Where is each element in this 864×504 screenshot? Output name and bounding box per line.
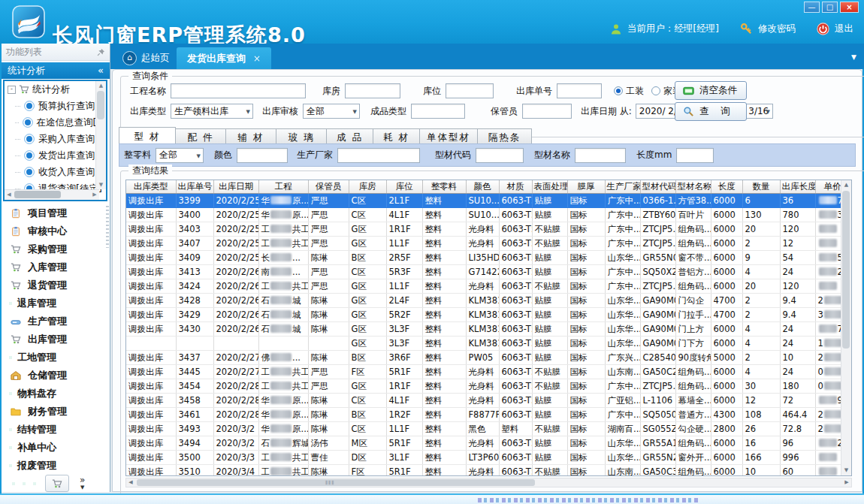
material-tab-配件[interactable]: 配 件 xyxy=(176,128,226,144)
column-header[interactable]: 型材代码 xyxy=(640,180,675,194)
tab-list-caret-icon[interactable]: ▼ xyxy=(851,53,856,61)
table-row[interactable]: 调拨出库34942020/3/2石辉城汤伟M区5R1F整料光身料6063-T5贴… xyxy=(126,436,841,451)
tab-close-icon[interactable]: × xyxy=(253,53,261,64)
column-header[interactable]: 工程 xyxy=(258,180,308,194)
tree-item[interactable]: 在途信息查询[待 xyxy=(5,114,106,131)
column-header[interactable]: 单价 xyxy=(815,180,841,194)
table-row[interactable]: 调拨出库34282020/2/26石城陈琳G区2L4F整料KLM38176063… xyxy=(126,294,841,308)
material-tab-辅材[interactable]: 辅 材 xyxy=(226,128,276,144)
table-row[interactable]: 调拨出库35002020/3/3工共工程曹佳D区3L1F整料LT3P606063… xyxy=(126,451,841,465)
scrollbar-thumb[interactable] xyxy=(97,91,104,119)
scroll-right-icon[interactable]: ▶ xyxy=(90,190,99,200)
scrollbar-grip[interactable]: ⦀⦀⦀ xyxy=(325,480,334,486)
sidebar-item-仓储管理[interactable]: 仓储管理 xyxy=(2,367,110,385)
tree-item[interactable]: 发货出库查询 xyxy=(5,147,106,164)
tree-root-node[interactable]: - 统计分析 xyxy=(5,81,106,98)
tree-expand-icon[interactable]: - xyxy=(8,86,16,94)
toolbar-expand-icon[interactable]: »▼ xyxy=(80,477,85,490)
table-row[interactable]: 调拨出库34932020/3/2华原...陈琳C区1L1F整料黑色塑料不贴膜国标… xyxy=(126,422,841,436)
column-header[interactable]: 库房 xyxy=(349,180,386,194)
table-row[interactable]: 调拨出库35102020/3/4工共工程陈琳F区5R1F整料光身料6063-T5… xyxy=(126,465,841,476)
column-header[interactable]: 出库单号 xyxy=(176,180,213,194)
pin-icon[interactable] xyxy=(97,48,105,56)
tree-horizontal-scrollbar[interactable]: ◀ ▶ xyxy=(5,189,99,200)
sidebar-item-入库管理[interactable]: 入库管理 xyxy=(2,258,110,276)
table-row[interactable]: 调拨出库34132020/2/26南...严思C区5R3F整料G71422606… xyxy=(126,265,841,279)
scroll-left-icon[interactable]: ◀ xyxy=(5,190,14,200)
radio-industrial[interactable]: 工装 xyxy=(614,85,644,98)
profile-name-input[interactable] xyxy=(575,148,626,163)
scroll-left-icon[interactable]: ◀ xyxy=(126,478,135,487)
table-row[interactable]: 调拨出库34072020/2/25工共工程严思G区1L1F整料光身料6063-T… xyxy=(126,237,841,251)
grid-horizontal-scrollbar[interactable]: ◀ ⦀⦀⦀ ▶ xyxy=(125,478,852,487)
color-input[interactable] xyxy=(237,148,288,163)
column-header[interactable]: 数量 xyxy=(742,180,780,194)
material-tab-成品[interactable]: 成 品 xyxy=(327,128,373,144)
table-row[interactable]: 调拨出库34242020/2/26工共工程严思G区1L1F整料光身料6063-T… xyxy=(126,279,841,294)
column-header[interactable]: 整零料 xyxy=(422,180,466,194)
out-type-select[interactable]: 生产领料出库 ▼ xyxy=(171,104,253,119)
material-tab-型材[interactable]: 型 材 xyxy=(119,127,176,144)
table-row[interactable]: 调拨出库34542020/2/28工共工程严思G区1R1F整料光身料6063-T… xyxy=(126,379,841,394)
column-header[interactable]: 型材名称 xyxy=(675,180,711,194)
clear-conditions-button[interactable]: 清空条件 xyxy=(675,81,747,100)
table-row[interactable]: 调拨出库34092020/2/25长...陈琳B区2R5F整料LI35HD606… xyxy=(126,251,841,265)
scroll-right-icon[interactable]: ▶ xyxy=(842,478,851,487)
table-row[interactable]: 调拨出库34452020/2/27工共工程严思F区5R1F整料光身料6063-T… xyxy=(126,365,841,379)
sidebar-item-退库管理[interactable]: 退库管理 xyxy=(2,294,110,312)
sidebar-item-补单中心[interactable]: 补单中心 xyxy=(2,439,110,457)
tree-vertical-scrollbar[interactable]: ▲ ▼ xyxy=(95,81,106,189)
search-button[interactable]: 查 询 xyxy=(675,102,747,121)
sidebar-item-财务管理[interactable]: 财务管理 xyxy=(2,403,110,421)
tree-item[interactable]: 预算执行查询 xyxy=(5,98,106,114)
column-header[interactable]: 颜色 xyxy=(466,180,499,194)
table-row[interactable]: 调拨出库34032020/2/25工共工程严思G区1R1F整料光身料6063-T… xyxy=(126,222,841,237)
grid-vertical-scrollbar[interactable]: ▲ ▼ xyxy=(841,180,851,475)
column-header[interactable]: 保管员 xyxy=(308,180,349,194)
sidebar-item-项目管理[interactable]: 项目管理 xyxy=(2,204,110,222)
change-password-link[interactable]: 修改密码 xyxy=(758,23,796,35)
scroll-up-icon[interactable]: ▲ xyxy=(841,180,851,190)
scroll-down-icon[interactable]: ▼ xyxy=(841,466,851,475)
column-header[interactable]: 长度 xyxy=(711,180,742,194)
warehouse-input[interactable] xyxy=(345,83,400,98)
column-header[interactable]: 生产厂家 xyxy=(605,180,640,194)
table-row[interactable]: 调拨出库34002020/2/25华原...严思C区4L1F整料SU10...6… xyxy=(126,208,841,222)
collapse-chevron-icon[interactable]: « xyxy=(98,62,104,79)
length-input[interactable] xyxy=(676,148,714,163)
tab-shipping-outbound-query[interactable]: 发货出库查询 × xyxy=(177,47,271,69)
project-name-input[interactable] xyxy=(171,83,306,98)
scroll-down-icon[interactable]: ▼ xyxy=(96,180,106,189)
column-header[interactable]: 出库类型 xyxy=(126,180,176,194)
table-row[interactable]: G区3L3F整料KLM38176063-T5贴膜国标山东华...GA90M09.… xyxy=(126,337,841,351)
table-row[interactable]: 调拨出库34582020/2/28华原...陈琳C区4L1F整料光身料6063-… xyxy=(126,394,841,408)
manufacturer-input[interactable] xyxy=(337,148,420,163)
sidebar-item-退货管理[interactable]: 退货管理 xyxy=(2,276,110,294)
sidebar-item-结转管理[interactable]: 结转管理 xyxy=(2,421,110,439)
material-tab-玻璃[interactable]: 玻 璃 xyxy=(276,128,327,144)
scrollbar-thumb[interactable] xyxy=(14,191,61,198)
table-row[interactable]: 调拨出库34612020/2/28华原...陈琳B区1R2F整料F8877FT6… xyxy=(126,408,841,422)
material-tab-隔热条[interactable]: 隔热条 xyxy=(478,128,532,144)
menu-scrollbar[interactable] xyxy=(106,206,109,248)
location-input[interactable] xyxy=(446,83,494,98)
tree-item[interactable]: 采购入库查询 xyxy=(5,131,106,147)
column-header[interactable]: 出库日期 xyxy=(213,180,258,194)
minimize-button[interactable]: — xyxy=(804,2,820,13)
column-header[interactable]: 材质 xyxy=(499,180,532,194)
toolbar-cart-button[interactable] xyxy=(45,475,69,492)
maximize-button[interactable]: □ xyxy=(822,2,838,13)
table-row[interactable]: 调拨出库34292020/2/26石城陈琳G区5R2F整料KLM38176063… xyxy=(126,308,841,322)
column-header[interactable]: 表面处理 xyxy=(532,180,567,194)
logout-link[interactable]: 退出 xyxy=(835,23,853,35)
sidebar-section-header[interactable]: 统计分析 « xyxy=(2,62,110,79)
tree-item[interactable]: 收货入库查询 xyxy=(5,164,106,180)
scroll-up-icon[interactable]: ▲ xyxy=(96,81,106,90)
column-header[interactable]: 出库长度 xyxy=(780,180,815,194)
sidebar-item-生产管理[interactable]: 生产管理 xyxy=(2,312,110,330)
table-row[interactable]: 调拨出库34372020/2/27佛...陈琳B区3R6F整料PW056063-… xyxy=(126,351,841,365)
profile-code-input[interactable] xyxy=(476,148,524,163)
tab-home[interactable]: ⌂ 起始页 xyxy=(115,47,177,69)
audit-select[interactable]: 全部 ▼ xyxy=(303,104,360,119)
material-tab-单体型材[interactable]: 单体型材 xyxy=(420,128,478,144)
